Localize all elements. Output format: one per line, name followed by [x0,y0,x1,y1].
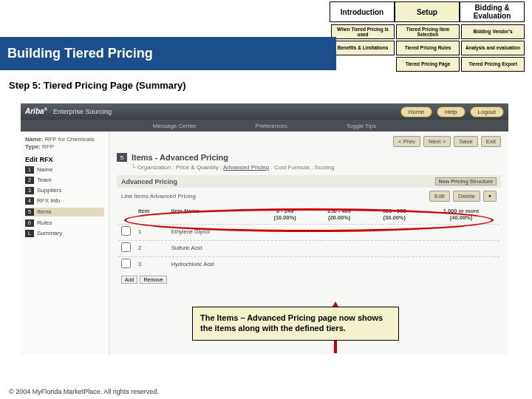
copyright-footer: © 2004 MyFlorida MarketPlace. All rights… [9,388,159,395]
section-label: Items - Advanced Pricing [132,153,228,162]
subnav-benefits[interactable]: Benefits & Limitations [331,41,395,55]
bc-org[interactable]: Organization [137,164,171,171]
col-tier-3: 500 - 999(30.00%) [367,206,421,222]
callout-box: The Items – Advanced Pricing page now sh… [192,307,399,341]
help-button[interactable]: Help [437,106,465,117]
next-button[interactable]: Next > [423,136,451,147]
save-button[interactable]: Save [454,136,477,147]
bc-scoring[interactable]: Scoring [315,164,335,171]
row-checkbox[interactable] [121,226,131,236]
top-nav: Introduction Setup Bidding & Evaluation [330,1,525,22]
ariba-header: Ariba® Enterprise Sourcing Home Help Log… [21,103,508,120]
table-row: 2Sulfuric Acid [118,240,499,255]
row-checkbox[interactable] [121,242,131,252]
col-tier-2: 250 - 499(20.00%) [313,206,366,222]
step-suppliers[interactable]: 3Suppliers [25,187,104,194]
table-row: 1Ethylene Glycol [118,224,499,239]
subnav-item-selection[interactable]: Tiered Pricing Item Selection [396,24,460,39]
remove-button[interactable]: Remove [140,276,166,284]
row-checkbox[interactable] [121,259,131,268]
step-summary[interactable]: LSummary [25,230,104,237]
step-name[interactable]: 1Name [25,166,104,174]
subnav-when-used[interactable]: When Tiered Pricing is used [331,24,395,39]
link-toggle-tips[interactable]: Toggle Tips [347,123,376,129]
ariba-subheader: Message Center Preferences Toggle Tips [21,120,508,132]
add-button[interactable]: Add [121,276,137,284]
prev-button[interactable]: < Prev [393,136,420,147]
tier-table: Item Item Name 0 - 249(10.00%) 250 - 499… [117,205,501,273]
new-pricing-structure-button[interactable]: New Pricing Structure [435,177,497,185]
subsection-line-items: Line Items Advanced Pricing Edit Delete … [117,189,501,203]
home-button[interactable]: Home [400,106,432,117]
ariba-product: Enterprise Sourcing [53,108,112,115]
delete-button[interactable]: Delete [453,191,480,202]
col-item-name: Item Name [168,206,258,222]
subnav-pricing-page[interactable]: Tiered Pricing Page [396,57,460,72]
logout-button[interactable]: Logout [470,106,504,117]
subnav-row-2: Benefits & Limitations Tiered Pricing Ru… [331,41,525,55]
bc-cost-formula[interactable]: Cost Formula [274,164,310,171]
subnav-row-3: Tiered Pricing Page Tiered Pricing Expor… [331,57,525,72]
col-tier-1: 0 - 249(10.00%) [259,206,311,222]
table-row: 3Hydrochloric Acid [118,256,499,271]
tab-bidding[interactable]: Bidding & Evaluation [460,1,525,22]
step-rules[interactable]: 6Rules [25,219,104,227]
dropdown-icon[interactable]: ▾ [483,191,497,202]
section-number: 5 [117,153,127,162]
tab-setup[interactable]: Setup [395,1,460,22]
tab-introduction[interactable]: Introduction [330,1,395,22]
edit-button[interactable]: Edit [429,191,450,202]
link-preferences[interactable]: Preferences [256,123,287,129]
bc-price-qty[interactable]: Price & Quantity [176,164,219,171]
subnav-pricing-export[interactable]: Tiered Pricing Export [461,57,525,72]
col-item: Item [135,206,167,222]
ariba-logo: Ariba® [25,107,47,115]
subnav-analysis[interactable]: Analysis and evaluation [461,41,525,55]
subnav-row-1: When Tiered Pricing is used Tiered Prici… [331,24,525,39]
step-list: 1Name 2Team 3Suppliers 4RFX Info 5Items … [25,166,104,237]
subnav-bidding-vendors[interactable]: Bidding Vendor's [461,24,525,39]
page-title: Building Tiered Pricing [7,46,153,61]
breadcrumb: └ Organization : Price & Quantity : Adva… [132,164,501,171]
left-sidebar: Name: RFP for Chemicals Type: RFP Edit R… [21,132,109,355]
step-team[interactable]: 2Team [25,177,104,184]
link-message-center[interactable]: Message Center [153,123,197,129]
section-heading: Step 5: Tiered Pricing Page (Summary) [9,80,186,91]
bc-advanced-pricing[interactable]: Advanced Pricing [223,164,269,171]
col-tier-4: 1,000 or more(40.00%) [423,206,499,222]
section-title: 5 Items - Advanced Pricing [117,153,501,162]
subsection-advanced-pricing: Advanced Pricing New Pricing Structure [117,175,501,188]
edit-rfx-label: Edit RFX [25,156,104,163]
subnav-rules[interactable]: Tiered Pricing Rules [396,41,460,55]
page-banner: Building Tiered Pricing [0,37,336,70]
step-items[interactable]: 5Items [25,208,104,216]
step-rfx-info[interactable]: 4RFX Info [25,197,104,205]
exit-button[interactable]: Exit [481,136,501,147]
rfp-header: Name: RFP for Chemicals Type: RFP [25,136,104,151]
